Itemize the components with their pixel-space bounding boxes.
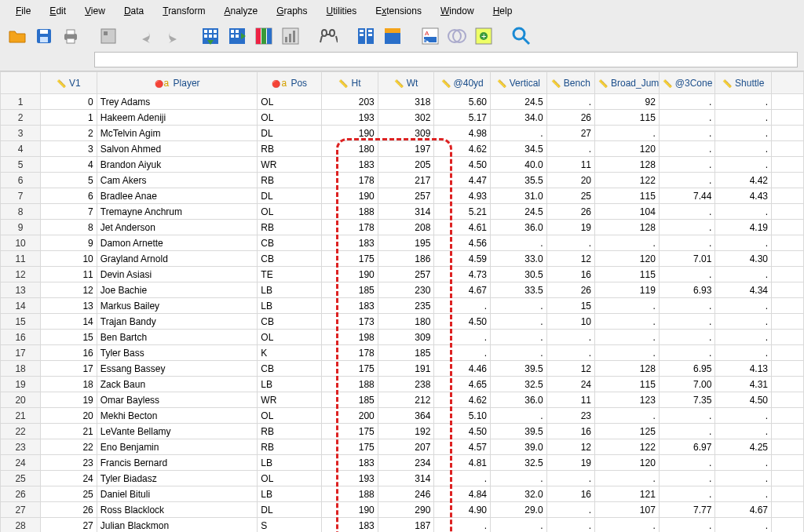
cell-vertical[interactable]: 39.5 [491,361,547,377]
goto-case-icon[interactable] [199,25,221,47]
cell-player[interactable]: Francis Bernard [97,455,258,471]
cell-player[interactable]: Bradlee Anae [97,188,258,204]
cell-v1[interactable]: 22 [41,439,97,455]
print-icon[interactable] [60,25,82,47]
cell-3cone[interactable]: . [659,486,715,502]
cell-bench[interactable]: . [546,141,594,157]
cell-v1[interactable]: 11 [41,267,97,282]
cell-player[interactable]: Tremayne Anchrum [97,204,258,220]
cell-ht[interactable]: 183 [322,235,378,251]
cell-40yd[interactable]: 4.62 [434,141,491,157]
cell-shuttle[interactable]: . [715,298,772,314]
cell-shuttle[interactable]: . [715,518,772,533]
cell-bench[interactable]: 11 [546,392,594,408]
cell-player[interactable]: Devin Asiasi [97,267,258,282]
table-row[interactable]: 98Jet AndersonRB1782084.6136.019128.4.19 [1,220,804,235]
cell-v1[interactable]: 0 [41,94,97,110]
cell-pos[interactable]: S [258,518,322,533]
cell-v1[interactable]: 25 [41,486,97,502]
cell-bench[interactable]: 19 [546,455,594,471]
cell-bench[interactable]: 26 [546,110,594,126]
cell-3cone[interactable]: . [659,126,715,141]
cell-ht[interactable]: 190 [322,188,378,204]
row-number[interactable]: 2 [1,110,41,126]
cell-ht[interactable]: 178 [322,220,378,235]
table-row[interactable]: 21Hakeem AdenijiOL1933025.1734.026115.. [1,110,804,126]
cell-3cone[interactable]: . [659,330,715,345]
cell-shuttle[interactable]: 4.50 [715,392,772,408]
table-row[interactable]: 2524Tyler BiadaszOL193314...... [1,471,804,486]
cell-bench[interactable]: 16 [546,486,594,502]
cell-pos[interactable]: RB [258,173,322,188]
cell-40yd[interactable]: 4.62 [434,392,491,408]
cell-player[interactable]: LeVante Bellamy [97,424,258,439]
cell-wt[interactable]: 192 [378,424,434,439]
cell-v1[interactable]: 13 [41,298,97,314]
cell-bench[interactable]: . [546,94,594,110]
cell-40yd[interactable]: 5.17 [434,110,491,126]
table-row[interactable]: 32McTelvin AgimDL1903094.98.27... [1,126,804,141]
cell-40yd[interactable]: 4.73 [434,267,491,282]
cell-v1[interactable]: 4 [41,157,97,173]
cell-empty[interactable] [772,298,804,314]
cell-3cone[interactable]: 7.77 [659,502,715,518]
table-row[interactable]: 109Damon ArnetteCB1831954.56..... [1,235,804,251]
cell-bench[interactable]: 27 [546,126,594,141]
cell-broad-jump[interactable]: 104 [594,204,659,220]
cell-vertical[interactable]: 35.5 [491,173,547,188]
cell-pos[interactable]: CB [258,361,322,377]
row-number[interactable]: 27 [1,502,41,518]
cell-player[interactable]: Essang Bassey [97,361,258,377]
cell-broad-jump[interactable]: 115 [594,110,659,126]
data-grid[interactable]: V1 a Player a Pos Ht Wt @40yd Vertical B… [0,71,804,532]
cell-broad-jump[interactable]: 119 [594,282,659,298]
cell-pos[interactable]: CB [258,251,322,267]
cell-3cone[interactable]: . [659,220,715,235]
cell-vertical[interactable]: 33.0 [491,251,547,267]
table-row[interactable]: 43Salvon AhmedRB1801974.6234.5.120.. [1,141,804,157]
column-header-ht[interactable]: Ht [322,72,378,94]
cell-ht[interactable]: 183 [322,157,378,173]
cell-pos[interactable]: LB [258,298,322,314]
search-icon[interactable] [510,25,532,47]
cell-vertical[interactable]: 32.0 [491,486,547,502]
column-header-3cone[interactable]: @3Cone [659,72,715,94]
cell-wt[interactable]: 185 [378,345,434,361]
cell-empty[interactable] [772,361,804,377]
cell-player[interactable]: Trey Adams [97,94,258,110]
cell-empty[interactable] [772,330,804,345]
cell-shuttle[interactable]: . [715,141,772,157]
cell-3cone[interactable]: 7.35 [659,392,715,408]
cell-40yd[interactable]: . [434,345,491,361]
cell-pos[interactable]: RB [258,220,322,235]
cell-wt[interactable]: 195 [378,235,434,251]
cell-wt[interactable]: 309 [378,330,434,345]
cell-wt[interactable]: 234 [378,455,434,471]
cell-pos[interactable]: DL [258,126,322,141]
menu-help[interactable]: Help [484,3,522,19]
cell-pos[interactable]: DL [258,188,322,204]
row-number[interactable]: 16 [1,330,41,345]
cell-3cone[interactable]: 7.44 [659,188,715,204]
table-row[interactable]: 1918Zack BaunLB1882384.6532.5241157.004.… [1,377,804,392]
cell-wt[interactable]: 207 [378,439,434,455]
cell-v1[interactable]: 24 [41,471,97,486]
table-row[interactable]: 1211Devin AsiasiTE1902574.7330.516115.. [1,267,804,282]
cell-3cone[interactable]: . [659,235,715,251]
cell-broad-jump[interactable]: 120 [594,141,659,157]
cell-v1[interactable]: 17 [41,361,97,377]
cell-40yd[interactable]: 4.93 [434,188,491,204]
cell-v1[interactable]: 19 [41,392,97,408]
cell-bench[interactable]: 15 [546,298,594,314]
cell-empty[interactable] [772,377,804,392]
cell-v1[interactable]: 16 [41,345,97,361]
cell-player[interactable]: Ben Bartch [97,330,258,345]
cell-pos[interactable]: K [258,345,322,361]
cell-shuttle[interactable]: 4.42 [715,173,772,188]
cell-vertical[interactable]: . [491,518,547,533]
cell-40yd[interactable]: 4.61 [434,220,491,235]
cell-40yd[interactable]: 4.50 [434,157,491,173]
cell-ht[interactable]: 190 [322,126,378,141]
cell-wt[interactable]: 309 [378,126,434,141]
table-row[interactable]: 87Tremayne AnchrumOL1883145.2124.526104.… [1,204,804,220]
